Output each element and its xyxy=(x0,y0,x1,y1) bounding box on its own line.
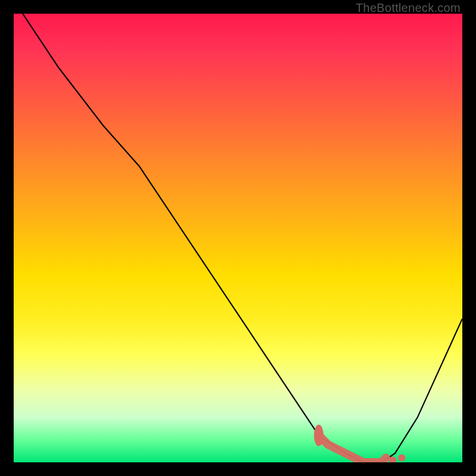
marker-dot xyxy=(389,456,396,462)
plot-area xyxy=(14,14,462,462)
highlighted-markers xyxy=(314,425,406,462)
chart-svg xyxy=(14,14,462,462)
bottleneck-curve-line xyxy=(23,14,462,462)
marker-start-blob xyxy=(314,425,324,446)
watermark-text: TheBottleneck.com xyxy=(356,1,461,15)
marker-smear xyxy=(319,436,386,462)
marker-dot xyxy=(398,455,405,462)
